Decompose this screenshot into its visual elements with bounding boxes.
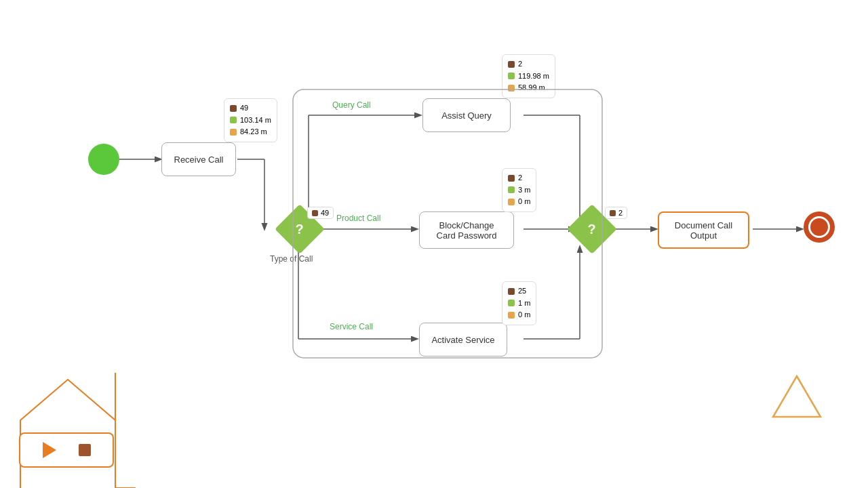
assist-query-stats: 2 119.98 m 58.99 m <box>502 54 555 98</box>
diagram-container: Receive Call 49 103.14 m 84.23 m ? Type … <box>0 0 868 488</box>
play-button[interactable] <box>43 442 56 458</box>
type-of-call-label: Type of Call <box>270 254 313 264</box>
start-node <box>88 144 119 175</box>
block-change-stats: 2 3 m 0 m <box>502 168 536 212</box>
document-call-node[interactable]: Document Call Output <box>658 211 749 249</box>
stop-button[interactable] <box>79 444 91 456</box>
document-badge: 2 <box>605 207 627 219</box>
receive-call-node[interactable]: Receive Call <box>161 142 236 176</box>
type-of-call-badge: 49 <box>307 207 334 219</box>
receive-call-stats: 49 103.14 m 84.23 m <box>224 98 277 142</box>
query-call-label: Query Call <box>332 100 371 110</box>
block-change-node[interactable]: Block/Change Card Password <box>419 211 514 249</box>
play-icon <box>43 442 56 458</box>
end-node <box>804 211 835 243</box>
service-call-label: Service Call <box>330 322 373 331</box>
activate-service-stats: 25 1 m 0 m <box>502 281 536 325</box>
house-shape <box>0 352 136 488</box>
svg-marker-19 <box>773 376 821 417</box>
triangle-icon <box>770 373 824 420</box>
assist-query-node[interactable]: Assist Query <box>422 98 511 132</box>
product-call-label: Product Call <box>336 214 380 223</box>
activate-service-node[interactable]: Activate Service <box>419 323 507 357</box>
stop-icon <box>79 444 91 456</box>
playback-controls[interactable] <box>19 432 114 468</box>
